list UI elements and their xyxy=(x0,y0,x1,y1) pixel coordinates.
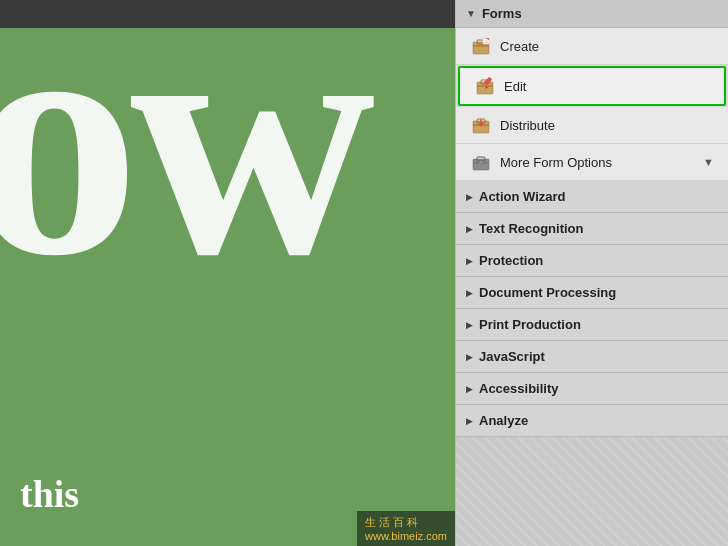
edit-label: Edit xyxy=(504,79,710,94)
menu-item-edit[interactable]: Edit xyxy=(458,66,726,106)
protection-label: Protection xyxy=(479,253,543,268)
more-options-arrow-icon: ▼ xyxy=(703,156,714,168)
create-label: Create xyxy=(500,39,714,54)
section-action-wizard[interactable]: ▶ Action Wizard xyxy=(456,181,728,213)
edit-icon xyxy=(474,75,496,97)
text-recognition-label: Text Recognition xyxy=(479,221,583,236)
section-print-production[interactable]: ▶ Print Production xyxy=(456,309,728,341)
print-production-triangle-icon: ▶ xyxy=(466,320,473,330)
javascript-label: JavaScript xyxy=(479,349,545,364)
print-production-label: Print Production xyxy=(479,317,581,332)
left-content: ow this 生 活 百 科 www.bimeiz.com xyxy=(0,28,455,546)
right-panel: ▼ Forms Create xyxy=(455,0,728,546)
watermark: 生 活 百 科 www.bimeiz.com xyxy=(357,511,455,546)
svg-rect-2 xyxy=(473,45,489,47)
document-processing-label: Document Processing xyxy=(479,285,616,300)
svg-rect-9 xyxy=(477,85,493,87)
action-wizard-label: Action Wizard xyxy=(479,189,566,204)
menu-item-more-form-options[interactable]: More Form Options ▼ xyxy=(456,144,728,181)
forms-triangle-icon: ▼ xyxy=(466,8,476,19)
text-recognition-triangle-icon: ▶ xyxy=(466,224,473,234)
bottom-letter-text: this xyxy=(20,472,79,516)
javascript-triangle-icon: ▶ xyxy=(466,352,473,362)
section-protection[interactable]: ▶ Protection xyxy=(456,245,728,277)
svg-rect-21 xyxy=(479,161,483,164)
analyze-label: Analyze xyxy=(479,413,528,428)
forms-section-header[interactable]: ▼ Forms xyxy=(456,0,728,28)
action-wizard-triangle-icon: ▶ xyxy=(466,192,473,202)
top-bar xyxy=(0,0,455,28)
more-form-options-icon xyxy=(470,151,492,173)
analyze-triangle-icon: ▶ xyxy=(466,416,473,426)
document-processing-triangle-icon: ▶ xyxy=(466,288,473,298)
forms-section-label: Forms xyxy=(482,6,522,21)
watermark-line2: www.bimeiz.com xyxy=(365,530,447,542)
watermark-line1: 生 活 百 科 xyxy=(365,515,447,530)
accessibility-triangle-icon: ▶ xyxy=(466,384,473,394)
accessibility-label: Accessibility xyxy=(479,381,559,396)
distribute-icon xyxy=(470,114,492,136)
more-form-options-label: More Form Options xyxy=(500,155,695,170)
menu-item-create[interactable]: Create xyxy=(456,28,728,65)
menu-item-distribute[interactable]: Distribute xyxy=(456,107,728,144)
section-accessibility[interactable]: ▶ Accessibility xyxy=(456,373,728,405)
section-text-recognition[interactable]: ▶ Text Recognition xyxy=(456,213,728,245)
section-document-processing[interactable]: ▶ Document Processing xyxy=(456,277,728,309)
bottom-pattern-area xyxy=(456,437,728,546)
create-icon xyxy=(470,35,492,57)
protection-triangle-icon: ▶ xyxy=(466,256,473,266)
left-panel: ow this 生 活 百 科 www.bimeiz.com xyxy=(0,0,455,546)
large-letter-text: ow xyxy=(0,28,366,308)
distribute-label: Distribute xyxy=(500,118,714,133)
section-analyze[interactable]: ▶ Analyze xyxy=(456,405,728,437)
section-javascript[interactable]: ▶ JavaScript xyxy=(456,341,728,373)
